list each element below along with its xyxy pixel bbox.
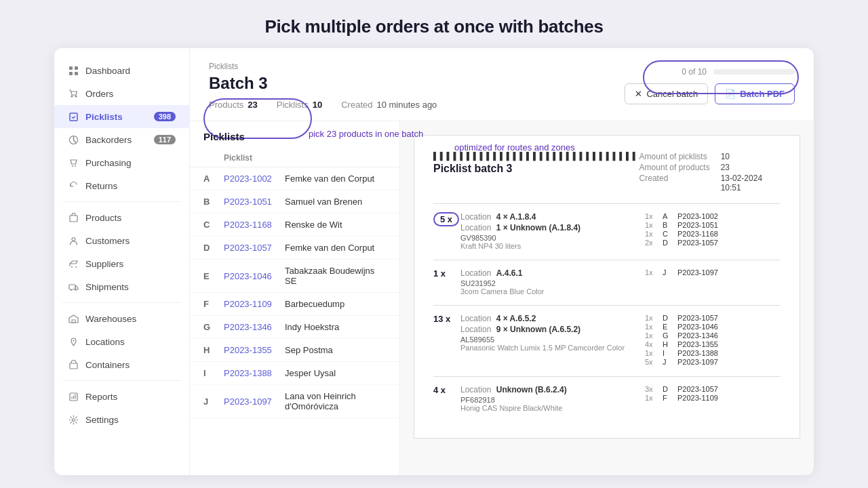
sidebar: Dashboard Orders Picklists 398 Backorder…	[54, 48, 190, 475]
products-icon	[68, 212, 79, 223]
returns-icon	[68, 180, 79, 191]
svg-point-12	[71, 266, 73, 268]
table-row: F P2023-1109 Barbecuedump	[190, 293, 399, 316]
col-name-header	[285, 153, 386, 163]
picklists-badge: 398	[154, 112, 176, 121]
sidebar-item-picklists[interactable]: Picklists 398	[54, 105, 189, 128]
batch-actions: ✕ Cancel batch 📄 Batch PDF	[625, 83, 795, 104]
progress-label: 0 of 10	[682, 67, 707, 77]
sidebar-label-purchasing: Purchasing	[85, 158, 132, 168]
svg-point-9	[75, 165, 76, 167]
svg-rect-14	[69, 285, 75, 289]
svg-point-15	[71, 289, 72, 291]
pdf-divider-top	[433, 203, 781, 204]
sidebar-item-shipments[interactable]: Shipments	[54, 275, 189, 298]
pdf-group-4: 4 x Location Unknown (B.6.2.4) PF682918 …	[433, 385, 781, 412]
picklists-table-header: Picklist	[190, 149, 399, 167]
locations-icon	[68, 336, 79, 347]
sidebar-label-customers: Customers	[85, 236, 130, 246]
sidebar-item-orders[interactable]: Orders	[54, 82, 189, 105]
customers-icon	[68, 235, 79, 246]
content-body: pick 23 products in one batch print pick…	[190, 121, 814, 475]
pdf-divider-2	[433, 260, 781, 260]
sidebar-item-products[interactable]: Products	[54, 206, 189, 229]
sidebar-item-customers[interactable]: Customers	[54, 229, 189, 252]
table-row: G P2023-1346 Indy Hoekstra	[190, 316, 399, 339]
progress-bar-outer	[713, 69, 795, 75]
pdf-location-row-3: 13 x Location 4 × A.6.5.2 Location 9 × U…	[433, 314, 781, 367]
sidebar-divider-2	[62, 302, 181, 303]
suppliers-icon	[68, 258, 79, 269]
sidebar-item-returns[interactable]: Returns	[54, 174, 189, 197]
warehouses-icon	[68, 313, 79, 324]
sidebar-label-shipments: Shipments	[85, 282, 129, 292]
content-area: Picklists Batch 3 Products 23 Picklists …	[190, 48, 814, 475]
products-label: Products	[209, 100, 243, 110]
created-value: 10 minutes ago	[376, 100, 437, 110]
sidebar-item-backorders[interactable]: Backorders 117	[54, 128, 189, 151]
pdf-qty-3: 13 x	[433, 314, 460, 324]
svg-rect-6	[70, 113, 77, 121]
sidebar-item-settings[interactable]: Settings	[54, 408, 189, 431]
sidebar-item-reports[interactable]: Reports	[54, 385, 189, 408]
pdf-divider-4	[433, 376, 781, 377]
dashboard-icon	[68, 65, 79, 76]
picklists-label: Picklists	[277, 100, 309, 110]
pdf-meta-created-value: 13-02-2024 10:51	[721, 174, 781, 192]
orders-icon	[68, 88, 79, 99]
pdf-qty-4: 4 x	[433, 385, 460, 395]
svg-point-4	[71, 95, 73, 97]
col-id-header: Picklist	[224, 153, 285, 163]
batch-stat-picklists: Picklists 10	[277, 100, 322, 110]
svg-rect-10	[70, 216, 77, 222]
purchasing-icon	[68, 157, 79, 168]
batch-stat-created: Created 10 minutes ago	[341, 100, 437, 110]
pdf-location-row-1: 5 x Location 4 × A.1.8.4 Location 1 × Un…	[433, 212, 781, 250]
pdf-header: ▌▌▌▌▌▌▌▌▌▌▌▌▌▌▌▌▌▌▌▌▌▌▌▌▌▌▌▌▌▌▌ Picklist…	[433, 152, 781, 192]
svg-rect-19	[70, 363, 77, 369]
pdf-orders-4: 3xDP2023-1057 1xFP2023-1109	[645, 385, 781, 403]
reports-icon	[68, 391, 79, 402]
table-row: J P2023-1097 Lana von Heinrich d'Omóróvi…	[190, 385, 399, 418]
batch-stat-products: Products 23	[209, 100, 258, 110]
containers-icon	[68, 359, 79, 370]
sidebar-label-picklists: Picklists	[85, 112, 123, 122]
table-row: E P2023-1046 Tabakzaak Boudewijns SE	[190, 260, 399, 293]
svg-point-18	[73, 340, 74, 341]
sidebar-item-suppliers[interactable]: Suppliers	[54, 252, 189, 275]
pdf-qty-2: 1 x	[433, 268, 460, 279]
pdf-group-3: 13 x Location 4 × A.6.5.2 Location 9 × U…	[433, 314, 781, 367]
sidebar-item-purchasing[interactable]: Purchasing	[54, 151, 189, 174]
sidebar-item-dashboard[interactable]: Dashboard	[54, 59, 189, 82]
cancel-batch-button[interactable]: ✕ Cancel batch	[625, 83, 708, 104]
batch-pdf-button[interactable]: 📄 Batch PDF	[715, 83, 795, 104]
pdf-group-1: 5 x Location 4 × A.1.8.4 Location 1 × Un…	[433, 212, 781, 250]
table-row: C P2023-1168 Renske de Wit	[190, 214, 399, 237]
sidebar-label-returns: Returns	[85, 181, 117, 191]
pdf-locations-1: Location 4 × A.1.8.4 Location 1 × Unknow…	[460, 212, 645, 250]
pdf-locations-3: Location 4 × A.6.5.2 Location 9 × Unknow…	[460, 314, 645, 352]
sidebar-item-containers[interactable]: Containers	[54, 353, 189, 376]
pdf-icon: 📄	[725, 89, 736, 99]
batch-title: Batch 3	[209, 74, 437, 93]
main-layout: Dashboard Orders Picklists 398 Backorder…	[54, 48, 814, 475]
pdf-meta: Amount of picklists 10 Amount of product…	[639, 152, 781, 192]
batch-stats: Products 23 Picklists 10 Created 10 minu…	[209, 100, 437, 110]
sidebar-label-dashboard: Dashboard	[85, 66, 130, 76]
sidebar-item-locations[interactable]: Locations	[54, 330, 189, 353]
pdf-orders-3: 1xDP2023-1057 1xEP2023-1046 1xGP2023-134…	[645, 314, 781, 367]
cancel-batch-label: Cancel batch	[646, 89, 698, 99]
svg-point-8	[72, 165, 73, 167]
sidebar-item-warehouses[interactable]: Warehouses	[54, 307, 189, 330]
pdf-divider-3	[433, 305, 781, 306]
pdf-meta-created-label: Created	[639, 174, 710, 192]
pdf-title: Picklist batch 3	[433, 163, 639, 175]
sidebar-label-reports: Reports	[85, 392, 117, 402]
sidebar-label-containers: Containers	[85, 360, 130, 370]
products-value: 23	[248, 100, 257, 110]
svg-point-11	[72, 237, 75, 241]
sidebar-label-suppliers: Suppliers	[85, 259, 123, 269]
pdf-group-2: 1 x Location A.4.6.1 SU231952 3com Camer…	[433, 268, 781, 296]
batch-pdf-label: Batch PDF	[740, 89, 785, 99]
backorders-badge: 117	[154, 135, 176, 144]
